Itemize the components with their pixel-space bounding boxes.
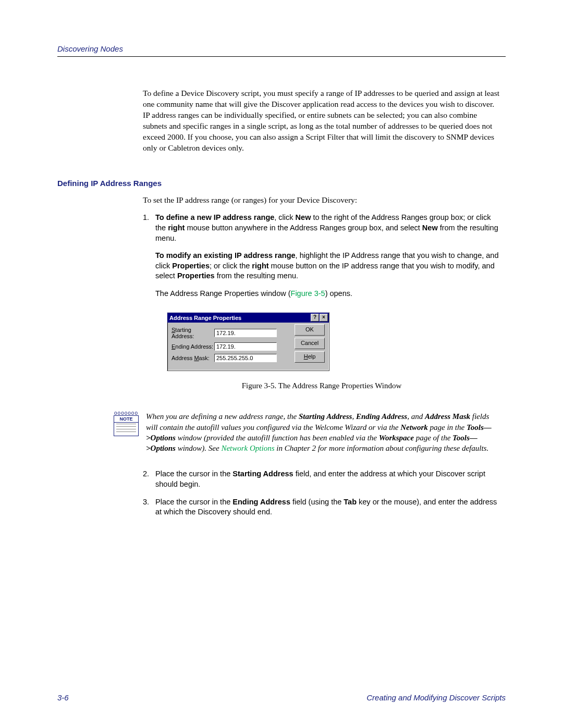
step-number: 1. xyxy=(143,213,155,243)
cancel-button[interactable]: Cancel xyxy=(295,338,325,349)
context-help-button[interactable]: ? xyxy=(311,314,319,322)
step-1-result: The Address Range Properties window (Fig… xyxy=(155,289,500,299)
figure-caption: Figure 3-5. The Address Range Properties… xyxy=(143,381,500,390)
address-range-properties-dialog: Address Range Properties ? × Starting Ad… xyxy=(167,312,329,371)
section-lead: To set the IP address range (or ranges) … xyxy=(143,195,500,206)
dialog-titlebar: Address Range Properties ? × xyxy=(167,313,329,323)
figure-link[interactable]: Figure 3-5 xyxy=(291,289,325,298)
ok-button[interactable]: OK xyxy=(295,324,325,336)
step-number: 3. xyxy=(143,497,155,517)
header-rule xyxy=(57,56,506,57)
ending-address-label: Ending Address: xyxy=(172,343,214,350)
step-3: 3. Place the cursor in the Ending Addres… xyxy=(143,497,500,517)
step-text: To define a new IP address range, click … xyxy=(155,213,500,243)
help-button[interactable]: Help xyxy=(295,351,325,363)
running-head: Discovering Nodes xyxy=(57,44,506,53)
note-text: When you are defining a new address rang… xyxy=(146,411,500,453)
page: Discovering Nodes To define a Device Dis… xyxy=(0,0,563,728)
step-number: 2. xyxy=(143,469,155,489)
note-label: NOTE xyxy=(114,415,139,423)
address-mask-input[interactable]: 255.255.255.0 xyxy=(214,354,277,362)
step-1-modify: To modify an existing IP address range, … xyxy=(155,251,500,281)
section-heading: Defining IP Address Ranges xyxy=(57,179,506,188)
intro-paragraph: To define a Device Discovery script, you… xyxy=(143,88,500,154)
bold-text: To define a new IP address range xyxy=(155,213,274,221)
dialog-title: Address Range Properties xyxy=(169,315,241,321)
page-number: 3-6 xyxy=(57,693,69,702)
starting-address-input[interactable]: 172.19. xyxy=(214,329,277,337)
step-text: Place the cursor in the Starting Address… xyxy=(155,469,500,489)
step-text: Place the cursor in the Ending Address f… xyxy=(155,497,500,517)
note-block: ooooooo NOTE When you are defining a new… xyxy=(114,411,500,453)
ending-address-input[interactable]: 172.19. xyxy=(214,342,277,351)
footer-section-title: Creating and Modifying Discover Scripts xyxy=(366,693,506,702)
step-1: 1. To define a new IP address range, cli… xyxy=(143,213,500,243)
network-options-link[interactable]: Network Options xyxy=(221,444,274,452)
note-icon: ooooooo NOTE xyxy=(114,411,139,436)
close-button[interactable]: × xyxy=(320,314,328,322)
page-header: Discovering Nodes xyxy=(57,44,506,57)
address-mask-label: Address Mask: xyxy=(172,355,214,361)
page-footer: 3-6 Creating and Modifying Discover Scri… xyxy=(57,693,506,702)
step-2: 2. Place the cursor in the Starting Addr… xyxy=(143,469,500,489)
starting-address-label: Starting Address: xyxy=(172,327,214,339)
